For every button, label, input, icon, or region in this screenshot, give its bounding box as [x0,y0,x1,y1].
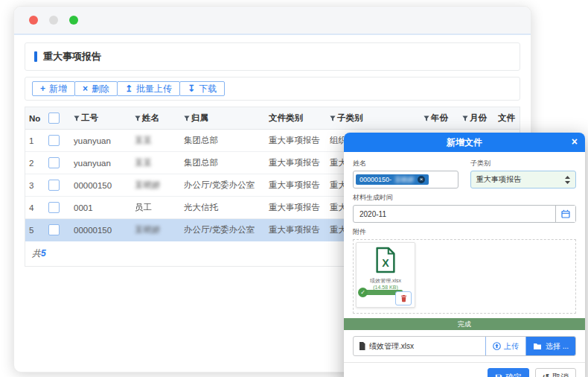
select-all-checkbox[interactable] [48,113,60,124]
calendar-icon [561,209,570,218]
modal-title: 新增文件 [447,136,482,149]
modal-footer: 确定 ↺ 取消 [344,362,585,377]
check-circle-icon: ✓ [358,288,368,297]
upload-circle-icon [493,342,501,350]
page-title: 重大事项报告 [43,50,101,63]
choose-file-button[interactable]: 选择 ... [526,337,575,355]
row-checkbox[interactable] [48,157,60,168]
upload-button[interactable]: 上传 [485,337,526,355]
calendar-button[interactable] [555,206,575,222]
name-input[interactable]: 00000150-某晓娇 × [353,171,458,188]
col-select [45,107,70,130]
row-checkbox[interactable] [48,224,60,235]
col-no: No [25,107,45,130]
redacted-name: 某晓娇 [135,225,161,234]
redacted-name: 某晓娇 [394,177,415,183]
redacted-name: 员工 [135,203,152,212]
filter-icon [330,115,336,121]
name-label: 姓名 [353,159,458,168]
title-accent-bar [34,51,37,62]
x-icon: × [83,84,88,93]
save-icon [495,374,502,377]
date-label: 材料生成时间 [353,193,576,203]
upload-icon: ↥ [125,84,132,93]
filter-icon [135,115,141,121]
folder-icon [533,343,542,350]
col-category: 文件类别 [265,107,326,130]
redacted-name: 某晓娇 [135,180,161,189]
col-org[interactable]: 归属 [180,107,265,130]
col-subcategory[interactable]: 子类别 [326,107,420,130]
filter-icon [424,115,429,121]
selected-file: 绩效管理.xlsx [354,337,485,355]
add-button[interactable]: + 新增 [32,81,75,96]
plus-icon: + [40,84,45,93]
row-checkbox[interactable] [48,180,60,191]
filter-icon [184,115,190,121]
subcategory-label: 子类别 [470,159,576,168]
confirm-button[interactable]: 确定 [488,368,529,377]
file-select-row: 绩效管理.xlsx 上传 选择 ... [353,336,576,356]
progress-done-bar: 完成 [344,318,585,330]
delete-button[interactable]: × 删除 [74,81,118,96]
delete-file-button[interactable] [395,291,412,305]
document-icon [359,342,365,350]
trash-icon [400,294,408,302]
close-icon[interactable]: × [572,135,578,148]
maximize-window-dot[interactable] [69,16,78,25]
attachment-label: 附件 [353,227,576,237]
download-button[interactable]: ↧ 下载 [179,81,225,96]
excel-file-icon: X [374,247,397,273]
col-name[interactable]: 姓名 [131,107,180,130]
add-file-modal: 新增文件 × 姓名 00000150-某晓娇 × 子类别 重大事项报告 [344,133,585,377]
remove-tag-icon[interactable]: × [418,176,425,183]
minimize-window-dot[interactable] [49,16,58,25]
toolbar: + 新增 × 删除 ↥ 批量上传 ↧ 下载 [25,77,520,101]
row-checkbox[interactable] [48,202,60,213]
date-input[interactable]: 2020-11 [353,205,576,223]
row-checkbox[interactable] [48,135,60,146]
window-titlebar [14,7,531,35]
redacted-name: 某某 [135,136,152,145]
col-emp-id[interactable]: 工号 [70,107,131,130]
cancel-button[interactable]: ↺ 取消 [535,368,576,377]
col-file: 文件 [494,107,520,130]
redacted-name: 某某 [135,158,152,167]
spinner-arrows-icon [565,176,570,184]
filter-icon [462,115,468,121]
undo-icon: ↺ [543,373,549,377]
download-icon: ↧ [188,84,195,93]
filter-icon [74,115,80,121]
col-year[interactable]: 年份 [420,107,458,130]
attachment-dropzone[interactable]: X 绩效管理.xlsx (14.58 KB) ✓ [353,239,576,314]
name-tag: 00000150-某晓娇 × [356,174,429,185]
svg-text:X: X [382,257,389,269]
batch-upload-button[interactable]: ↥ 批量上传 [117,81,180,96]
col-month[interactable]: 月份 [458,107,494,130]
modal-header: 新增文件 × [344,133,585,152]
file-name: 绩效管理.xlsx [357,277,415,285]
uploaded-file-card: X 绩效管理.xlsx (14.58 KB) ✓ [356,242,415,308]
subcategory-select[interactable]: 重大事项报告 [470,171,576,188]
table-header-row: No 工号 姓名 归属 文件类别 子类别 年份 月份 文件 [25,107,520,130]
page-title-panel: 重大事项报告 [25,42,520,71]
close-window-dot[interactable] [29,16,38,25]
